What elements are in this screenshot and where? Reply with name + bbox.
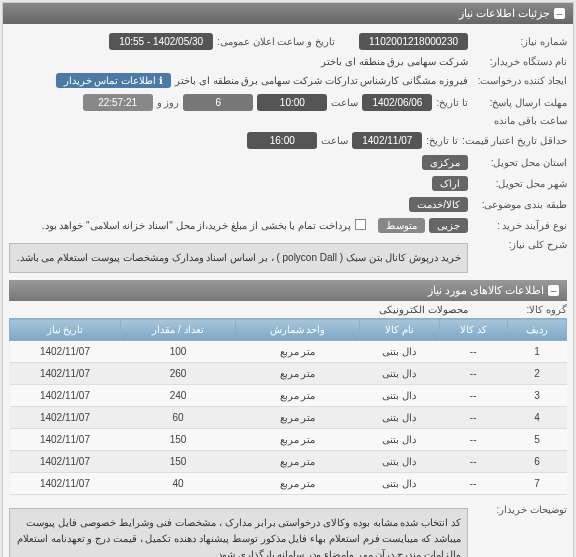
lbl-province: استان محل تحویل: bbox=[472, 157, 567, 168]
contact-link[interactable]: ℹ اطلاعات تماس خریدار bbox=[56, 73, 171, 88]
row-deadline: مهلت ارسال پاسخ: تا تاریخ: 1402/06/06 سا… bbox=[9, 91, 567, 129]
table-cell: 3 bbox=[507, 385, 566, 407]
table-cell: متر مربع bbox=[236, 385, 360, 407]
val-city: اراک bbox=[432, 176, 468, 191]
table-row: 2--دال بتنیمتر مربع2601402/11/07 bbox=[10, 363, 567, 385]
val-validity-date: 1402/11/07 bbox=[352, 132, 422, 149]
val-announce: 1402/05/30 - 10:55 bbox=[109, 33, 213, 50]
collapse-icon[interactable]: – bbox=[554, 8, 565, 19]
lbl-desc: شرح کلی نیاز: bbox=[472, 239, 567, 250]
table-row: 5--دال بتنیمتر مربع1501402/11/07 bbox=[10, 429, 567, 451]
row-group: گروه کالا: محصولات الکترونیکی bbox=[9, 301, 567, 318]
val-need-number: 1102001218000230 bbox=[359, 33, 468, 50]
table-cell: -- bbox=[439, 473, 507, 495]
table-cell: دال بتنی bbox=[359, 363, 439, 385]
lbl-city: شهر محل تحویل: bbox=[472, 178, 567, 189]
table-cell: 1402/11/07 bbox=[10, 341, 121, 363]
row-buyer-notes: توضیحات خریدار: کد انتخاب شده مشابه بوده… bbox=[9, 501, 567, 557]
table-header-cell: تعداد / مقدار bbox=[120, 319, 235, 341]
table-cell: 5 bbox=[507, 429, 566, 451]
deadline-time-lbl: ساعت bbox=[331, 97, 358, 108]
day-word: روز و bbox=[157, 97, 180, 108]
table-row: 3--دال بتنیمتر مربع2401402/11/07 bbox=[10, 385, 567, 407]
panel-title: جزئیات اطلاعات نیاز bbox=[459, 7, 550, 20]
row-process: نوع فرآیند خرید : جزیی متوسط پرداخت تمام… bbox=[9, 215, 567, 236]
row-creator: ایجاد کننده درخواست: فیروزه مشگانی کارشن… bbox=[9, 70, 567, 91]
table-cell: 150 bbox=[120, 451, 235, 473]
remain-lbl: ساعت باقی مانده bbox=[494, 115, 567, 126]
row-topic: طبقه بندی موضوعی: کالا/خدمت bbox=[9, 194, 567, 215]
table-cell: 60 bbox=[120, 407, 235, 429]
table-cell: 100 bbox=[120, 341, 235, 363]
table-header-cell: نام کالا bbox=[359, 319, 439, 341]
table-cell: 150 bbox=[120, 429, 235, 451]
val-process2: متوسط bbox=[378, 218, 425, 233]
lbl-topic: طبقه بندی موضوعی: bbox=[472, 199, 567, 210]
table-cell: 1402/11/07 bbox=[10, 385, 121, 407]
table-header-cell: کد کالا bbox=[439, 319, 507, 341]
table-cell: -- bbox=[439, 341, 507, 363]
table-row: 1--دال بتنیمتر مربع1001402/11/07 bbox=[10, 341, 567, 363]
table-cell: -- bbox=[439, 385, 507, 407]
table-row: 7--دال بتنیمتر مربع401402/11/07 bbox=[10, 473, 567, 495]
table-cell: دال بتنی bbox=[359, 473, 439, 495]
table-header-cell: واحد شمارش bbox=[236, 319, 360, 341]
table-cell: -- bbox=[439, 451, 507, 473]
row-province: استان محل تحویل: مرکزی bbox=[9, 152, 567, 173]
lbl-buyer-notes: توضیحات خریدار: bbox=[472, 504, 567, 515]
val-province: مرکزی bbox=[422, 155, 468, 170]
row-buyer: نام دستگاه خریدار: شرکت سهامی برق منطقه … bbox=[9, 53, 567, 70]
lbl-deadline: مهلت ارسال پاسخ: bbox=[472, 97, 567, 108]
lbl-validity: حداقل تاریخ اعتبار قیمت: bbox=[462, 135, 567, 146]
table-row: 6--دال بتنیمتر مربع1501402/11/07 bbox=[10, 451, 567, 473]
lbl-group: گروه کالا: bbox=[472, 304, 567, 315]
table-cell: متر مربع bbox=[236, 429, 360, 451]
val-creator: فیروزه مشگانی کارشناس تدارکات شرکت سهامی… bbox=[175, 75, 468, 86]
val-process: جزیی bbox=[429, 218, 468, 233]
table-cell: 260 bbox=[120, 363, 235, 385]
lbl-process: نوع فرآیند خرید : bbox=[472, 220, 567, 231]
val-topic: کالا/خدمت bbox=[409, 197, 468, 212]
buyer-notes-box: کد انتخاب شده مشابه بوده وکالای درخواستی… bbox=[9, 508, 468, 557]
table-cell: دال بتنی bbox=[359, 385, 439, 407]
table-cell: متر مربع bbox=[236, 407, 360, 429]
table-cell: 7 bbox=[507, 473, 566, 495]
table-head: ردیفکد کالانام کالاواحد شمارشتعداد / مقد… bbox=[10, 319, 567, 341]
table-cell: متر مربع bbox=[236, 341, 360, 363]
table-cell: 1402/11/07 bbox=[10, 473, 121, 495]
table-cell: -- bbox=[439, 407, 507, 429]
table-cell: 4 bbox=[507, 407, 566, 429]
panel-header: – جزئیات اطلاعات نیاز bbox=[3, 3, 573, 24]
checkbox-payment[interactable] bbox=[355, 219, 366, 230]
row-desc: شرح کلی نیاز: خرید درپوش کانال بتن سبک (… bbox=[9, 236, 567, 280]
table-cell: 2 bbox=[507, 363, 566, 385]
table-row: 4--دال بتنیمتر مربع601402/11/07 bbox=[10, 407, 567, 429]
collapse-icon-items[interactable]: – bbox=[548, 285, 559, 296]
val-buyer: شرکت سهامی برق منطقه ای باختر bbox=[321, 56, 468, 67]
table-cell: 1402/11/07 bbox=[10, 407, 121, 429]
val-group: محصولات الکترونیکی bbox=[379, 304, 468, 315]
val-validity-time: 16:00 bbox=[247, 132, 317, 149]
desc-box: خرید درپوش کانال بتن سبک ( polycon Dall … bbox=[9, 243, 468, 273]
table-cell: 1402/11/07 bbox=[10, 451, 121, 473]
table-cell: -- bbox=[439, 363, 507, 385]
items-table: ردیفکد کالانام کالاواحد شمارشتعداد / مقد… bbox=[9, 318, 567, 495]
table-cell: 1402/11/07 bbox=[10, 429, 121, 451]
val-deadline-time: 10:00 bbox=[257, 94, 327, 111]
val-remain-time: 22:57:21 bbox=[83, 94, 153, 111]
table-cell: 6 bbox=[507, 451, 566, 473]
table-cell: متر مربع bbox=[236, 363, 360, 385]
table-cell: دال بتنی bbox=[359, 451, 439, 473]
table-cell: متر مربع bbox=[236, 473, 360, 495]
lbl-creator: ایجاد کننده درخواست: bbox=[472, 75, 567, 86]
table-cell: 1 bbox=[507, 341, 566, 363]
table-cell: 240 bbox=[120, 385, 235, 407]
lbl-need-number: شماره نیاز: bbox=[472, 36, 567, 47]
lbl-buyer: نام دستگاه خریدار: bbox=[472, 56, 567, 67]
table-body: 1--دال بتنیمتر مربع1001402/11/072--دال ب… bbox=[10, 341, 567, 495]
table-cell: دال بتنی bbox=[359, 341, 439, 363]
row-city: شهر محل تحویل: اراک bbox=[9, 173, 567, 194]
payment-check-wrap bbox=[355, 219, 366, 232]
table-cell: 40 bbox=[120, 473, 235, 495]
table-cell: متر مربع bbox=[236, 451, 360, 473]
